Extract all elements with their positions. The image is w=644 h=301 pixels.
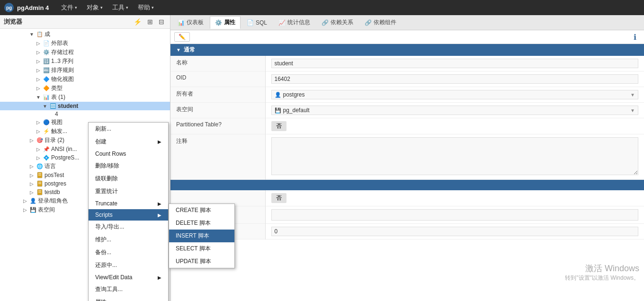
- prop-row-owner: 所有者 👤 postgres ▼: [170, 87, 644, 103]
- prop-label-partitioned: Partitioned Table?: [170, 118, 265, 134]
- right-panel: 📊 仪表板 ⚙️ 属性 📄 SQL 📈 统计信息 🔗 依赖关系 🔗 依赖组: [170, 15, 644, 301]
- tab-dependencies[interactable]: 🔗 依赖关系: [316, 16, 358, 29]
- tables-icon: 📊: [43, 94, 50, 101]
- props-table-2: 否 继承自表 继承表计数 0: [170, 190, 644, 239]
- tree-toggle[interactable]: ▼: [35, 95, 42, 100]
- tree-item-student[interactable]: ▼ student: [0, 102, 170, 110]
- ctx-item-restore[interactable]: 还原中...: [89, 259, 168, 272]
- sub-item-update-script[interactable]: UPDATE 脚本: [169, 255, 234, 268]
- menu-help-arrow: ▾: [152, 5, 154, 10]
- prop-value-comment: [265, 134, 644, 180]
- tree-toggle[interactable]: ▷: [22, 198, 28, 204]
- toggle2-btn[interactable]: 否: [271, 193, 286, 203]
- ctx-item-backup[interactable]: 备份...: [89, 246, 168, 259]
- tree-item-types[interactable]: ▷ 🔶 类型: [0, 84, 170, 93]
- tree-toggle[interactable]: ▷: [35, 77, 42, 82]
- deps-tab-icon: 🔗: [365, 19, 372, 26]
- tree-toggle[interactable]: ▷: [28, 190, 35, 195]
- lang-icon: 🌐: [36, 163, 44, 170]
- tree-toggle[interactable]: ▷: [22, 207, 28, 212]
- testdb-icon: [36, 188, 44, 196]
- menu-file[interactable]: 文件 ▾: [56, 1, 82, 14]
- tree-item-cheng[interactable]: ▼ 📋 成: [0, 30, 170, 39]
- stats-tab-icon: 📈: [278, 19, 286, 26]
- prop-value-name: student: [265, 56, 644, 71]
- tree-toggle[interactable]: ▷: [35, 41, 42, 46]
- prop-row-inherit: 继承自表: [170, 206, 644, 224]
- ctx-item-maintenance[interactable]: 维护...: [89, 233, 168, 246]
- app-logo: pg pgAdmin 4: [4, 2, 49, 13]
- prop-row-inherit-count: 继承表计数 0: [170, 224, 644, 239]
- ext-table-icon: 📄: [43, 40, 50, 47]
- ctx-item-delete[interactable]: 删除/移除: [89, 159, 168, 172]
- tree-item-col4[interactable]: 4: [0, 110, 170, 118]
- tree-toggle[interactable]: ▷: [35, 68, 42, 73]
- tree-toggle[interactable]: ▷: [35, 155, 42, 160]
- sub-item-delete-script[interactable]: DELETE 脚本: [169, 217, 234, 230]
- ctx-item-import-export[interactable]: 导入/导出...: [89, 221, 168, 233]
- tablespace-icon: 💾: [29, 206, 37, 214]
- ctx-item-count-rows[interactable]: Count Rows: [89, 148, 168, 159]
- ctx-item-query-tool[interactable]: 查询工具...: [89, 283, 168, 296]
- prop-label-comment: 注释: [170, 134, 265, 180]
- tree-item-ext-table[interactable]: ▷ 📄 外部表: [0, 39, 170, 48]
- owner-select[interactable]: 👤 postgres ▼: [271, 90, 639, 99]
- svg-rect-3: [51, 104, 55, 105]
- ctx-item-cascade-delete[interactable]: 级联删除: [89, 172, 168, 185]
- menu-tools[interactable]: 工具 ▾: [107, 1, 133, 14]
- ctx-item-scripts[interactable]: Scripts ▶: [89, 209, 168, 221]
- props-edit-button[interactable]: ✏️: [174, 32, 190, 42]
- tree-toggle[interactable]: ▷: [35, 86, 42, 91]
- prop-row-toggle2: 否: [170, 190, 644, 206]
- tree-toggle[interactable]: ▼: [28, 32, 35, 37]
- tree-toggle[interactable]: ▼: [42, 104, 48, 109]
- tab-dependents[interactable]: 🔗 依赖组件: [359, 16, 402, 29]
- tree-item-proc[interactable]: ▷ ⚙️ 存储过程: [0, 48, 170, 57]
- sub-item-create-script[interactable]: CREATE 脚本: [169, 204, 234, 217]
- ctx-item-properties[interactable]: 属性: [89, 296, 168, 301]
- tab-properties[interactable]: ⚙️ 属性: [210, 16, 241, 29]
- tree-item-seq[interactable]: ▷ 🔢 1..3 序列: [0, 57, 170, 66]
- comment-textarea[interactable]: [271, 137, 639, 175]
- sub-item-insert-script[interactable]: INSERT 脚本: [169, 230, 234, 242]
- sidebar-refresh-btn[interactable]: ⚡: [132, 17, 143, 27]
- sidebar-grid-btn[interactable]: ⊞: [145, 17, 155, 27]
- tree-item-tables[interactable]: ▼ 📊 表 (1): [0, 93, 170, 102]
- tree-item-collation[interactable]: ▷ 🔤 排序规则: [0, 66, 170, 75]
- tablespace-select[interactable]: 💾 pg_default ▼: [271, 106, 639, 115]
- ansi-icon: 📌: [43, 145, 50, 153]
- tree-toggle[interactable]: ▷: [35, 59, 42, 64]
- top-menubar: pg pgAdmin 4 文件 ▾ 对象 ▾ 工具 ▾ 帮助 ▾: [0, 0, 644, 15]
- views-icon: 🔵: [43, 119, 50, 126]
- sidebar-filter-btn[interactable]: ⊟: [157, 17, 166, 27]
- inherit-input: [271, 209, 639, 221]
- ctx-item-truncate[interactable]: Truncate ▶: [89, 198, 168, 209]
- tree-toggle[interactable]: ▷: [28, 181, 35, 186]
- menu-help[interactable]: 帮助 ▾: [133, 1, 159, 14]
- tree-item-matview[interactable]: ▷ 🔷 物化视图: [0, 75, 170, 84]
- props-section-normal: ▼ 通常: [170, 44, 644, 56]
- tree-toggle[interactable]: ▷: [35, 50, 42, 55]
- tab-dashboard[interactable]: 📊 仪表板: [172, 16, 209, 29]
- ctx-item-view-edit-data[interactable]: View/Edit Data ▶: [89, 272, 168, 283]
- tree-toggle[interactable]: ▷: [28, 138, 35, 143]
- tree-toggle[interactable]: ▷: [35, 147, 42, 152]
- tree-toggle[interactable]: ▷: [28, 164, 35, 169]
- tree-toggle[interactable]: ▷: [35, 120, 42, 125]
- tablespace-dropdown-arrow: ▼: [630, 108, 635, 113]
- postest-icon: [36, 171, 44, 179]
- proc-icon: ⚙️: [43, 49, 50, 56]
- menu-object[interactable]: 对象 ▾: [82, 1, 107, 14]
- partitioned-toggle[interactable]: 否: [271, 121, 286, 131]
- ctx-item-reset-stats[interactable]: 重置统计: [89, 185, 168, 198]
- tab-stats[interactable]: 📈 统计信息: [273, 16, 315, 29]
- tab-sql[interactable]: 📄 SQL: [242, 17, 272, 28]
- prop-row-oid: OID 16402: [170, 71, 644, 87]
- sub-item-select-script[interactable]: SELECT 脚本: [169, 242, 234, 255]
- oid-input: 16402: [271, 74, 639, 84]
- tree-toggle[interactable]: ▷: [35, 129, 42, 134]
- tree-toggle[interactable]: ▷: [28, 173, 35, 178]
- name-input[interactable]: student: [271, 59, 639, 68]
- ctx-item-create[interactable]: 创建 ▶: [89, 135, 168, 148]
- ctx-item-refresh[interactable]: 刷新...: [89, 123, 168, 135]
